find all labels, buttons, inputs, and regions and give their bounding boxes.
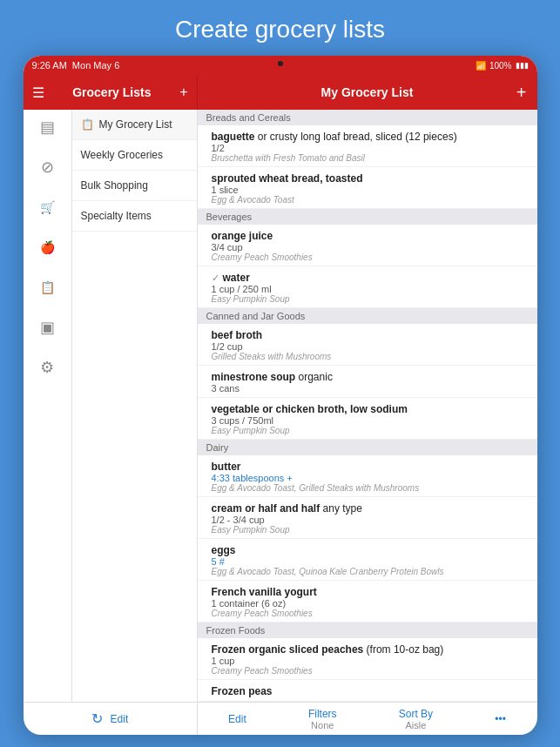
filters-button[interactable]: Filters xyxy=(308,708,337,720)
item-name: beef broth xyxy=(212,329,529,341)
check-icon: ✓ xyxy=(212,273,219,284)
menu-icon[interactable]: ☰ xyxy=(32,84,44,101)
item-recipe: Easy Pumpkin Soup xyxy=(212,426,529,435)
left-header: ☰ Grocery Lists + xyxy=(24,75,198,110)
list-item-label-1: Weekly Groceries xyxy=(81,149,163,161)
item-qty: 1 cup xyxy=(212,656,529,666)
list-item-label-2: Bulk Shopping xyxy=(81,179,148,192)
item-name: Frozen organic sliced peaches (from 10-o… xyxy=(212,643,529,656)
sidebar-icon-stop[interactable]: ⊘ xyxy=(33,153,61,181)
sidebar-icon-fruit[interactable]: 🍎 xyxy=(33,233,61,261)
item-recipe: Egg & Avocado Toast, Quinoa Kale Cranber… xyxy=(212,567,529,576)
grocery-item: beef broth 1/2 cup Grilled Steaks with M… xyxy=(198,324,537,366)
item-qty: 5 # xyxy=(212,556,529,567)
item-qty: 1/2 - 3/4 cup xyxy=(212,515,529,525)
sidebar-icon-settings[interactable]: ⚙ xyxy=(33,353,61,381)
edit-right-button[interactable]: Edit xyxy=(228,713,246,725)
section-header-beverages: Beverages xyxy=(198,209,537,225)
list-panel: 📋 My Grocery List Weekly Groceries Bulk … xyxy=(72,110,198,702)
item-recipe: Creamy Peach Smoothies xyxy=(212,252,529,262)
list-item-my-grocery[interactable]: 📋 My Grocery List xyxy=(72,110,197,140)
camera xyxy=(278,61,283,66)
grocery-item: minestrone soup organic 3 cans xyxy=(198,366,537,398)
item-recipe: Egg & Avocado Toast, Grilled Steaks with… xyxy=(212,483,529,493)
item-name: minestrone soup organic xyxy=(212,371,529,383)
right-header-title: My Grocery List xyxy=(321,85,414,99)
item-recipe: Creamy Peach Smoothies xyxy=(212,609,529,618)
section-header-canned: Canned and Jar Goods xyxy=(198,308,537,324)
main-area: ▤ ⊘ 🛒 🍎 📋 ▣ ⚙ 📋 My Grocery List Weekly G… xyxy=(24,110,537,702)
item-name: cream or half and half any type xyxy=(212,502,529,515)
grocery-item: cream or half and half any type 1/2 - 3/… xyxy=(198,497,537,539)
list-item-label-3: Specialty Items xyxy=(81,210,152,222)
list-item-icon-0: 📋 xyxy=(81,118,94,131)
item-name: butter xyxy=(212,461,529,473)
item-qty: 3 cups / 750ml xyxy=(212,415,529,426)
item-qty: 1/2 cup xyxy=(212,341,529,352)
grocery-item: French vanilla yogurt 1 container (6 oz)… xyxy=(198,581,537,622)
sidebar-icon-box[interactable]: ▣ xyxy=(33,313,61,341)
sidebar-icon-list[interactable]: ▤ xyxy=(33,113,61,141)
section-header-frozen: Frozen Foods xyxy=(198,622,537,638)
left-bottom: ↻ Edit xyxy=(24,703,198,735)
refresh-icon[interactable]: ↻ xyxy=(91,710,103,727)
sidebar-icon-clipboard[interactable]: 📋 xyxy=(33,273,61,301)
list-item-weekly[interactable]: Weekly Groceries xyxy=(72,140,197,171)
filters-value: None xyxy=(308,720,337,730)
battery-icon: ▮▮▮ xyxy=(516,61,529,70)
wifi-icon: 📶 xyxy=(476,61,486,71)
item-name: sprouted wheat bread, toasted xyxy=(212,172,529,185)
item-name: baguette or crusty long loaf bread, slic… xyxy=(212,131,529,143)
right-header: My Grocery List + xyxy=(198,75,537,110)
item-name: Frozen peas xyxy=(212,685,529,697)
item-recipe: Bruschetta with Fresh Tomato and Basil xyxy=(212,153,529,163)
item-recipe: Creamy Peach Smoothies xyxy=(212,666,529,676)
grocery-item: orange juice 3/4 cup Creamy Peach Smooth… xyxy=(198,225,537,266)
section-header-dairy: Dairy xyxy=(198,440,537,455)
item-qty: 1 slice xyxy=(212,185,529,195)
grocery-item: ✓ water 1 cup / 250 ml Easy Pumpkin Soup xyxy=(198,266,537,308)
grocery-item: vegetable or chicken broth, low sodium 3… xyxy=(198,398,537,440)
item-qty: 4:33 tablespoons + xyxy=(212,473,529,483)
status-time: 9:26 AM xyxy=(32,60,67,71)
left-header-title: Grocery Lists xyxy=(72,85,151,99)
item-recipe: Grilled Steaks with Mushrooms xyxy=(212,352,529,361)
edit-left-button[interactable]: Edit xyxy=(111,713,129,725)
item-qty: 1/2 xyxy=(212,143,529,153)
status-date: Mon May 6 xyxy=(72,60,119,71)
grocery-item: Frozen peas xyxy=(198,680,537,702)
add-item-button[interactable]: + xyxy=(516,83,527,103)
battery-text: 100% xyxy=(489,61,512,71)
item-qty: 3/4 cup xyxy=(212,242,529,252)
page-title: Create grocery lists xyxy=(0,0,560,56)
item-qty: 1 cup / 250 ml xyxy=(212,284,529,294)
item-recipe: Easy Pumpkin Soup xyxy=(212,294,529,304)
bottom-area: ↻ Edit Edit Filters None Sort By Aisle •… xyxy=(24,702,537,735)
grocery-item: Frozen organic sliced peaches (from 10-o… xyxy=(198,638,537,680)
sidebar-icon-cart[interactable]: 🛒 xyxy=(33,193,61,221)
more-button[interactable]: ••• xyxy=(495,713,506,725)
item-qty: 1 container (6 oz) xyxy=(212,598,529,609)
sort-value: Aisle xyxy=(399,720,433,730)
item-name: eggs xyxy=(212,544,529,556)
item-recipe: Egg & Avocado Toast xyxy=(212,195,529,205)
item-name: orange juice xyxy=(212,230,529,242)
list-item-specialty[interactable]: Specialty Items xyxy=(72,201,197,232)
item-name: French vanilla yogurt xyxy=(212,586,529,598)
sort-button[interactable]: Sort By xyxy=(399,708,433,720)
grocery-item: baguette or crusty long loaf bread, slic… xyxy=(198,125,537,167)
grocery-panel: Breads and Cereals baguette or crusty lo… xyxy=(198,110,537,702)
item-name: ✓ water xyxy=(212,272,529,284)
item-recipe: Easy Pumpkin Soup xyxy=(212,525,529,535)
item-qty: 3 cans xyxy=(212,383,529,394)
grocery-item: eggs 5 # Egg & Avocado Toast, Quinoa Kal… xyxy=(198,539,537,581)
grocery-item: butter 4:33 tablespoons + Egg & Avocado … xyxy=(198,455,537,497)
list-item-bulk[interactable]: Bulk Shopping xyxy=(72,171,197,201)
sidebar: ▤ ⊘ 🛒 🍎 📋 ▣ ⚙ xyxy=(24,110,72,702)
section-header-breads: Breads and Cereals xyxy=(198,110,537,125)
add-list-button[interactable]: + xyxy=(179,84,187,100)
right-bottom: Edit Filters None Sort By Aisle ••• xyxy=(198,703,537,735)
list-item-label-0: My Grocery List xyxy=(99,118,172,131)
grocery-item: sprouted wheat bread, toasted 1 slice Eg… xyxy=(198,167,537,209)
device-frame: 9:26 AM Mon May 6 📶 100% ▮▮▮ ☰ Grocery L… xyxy=(24,56,537,735)
